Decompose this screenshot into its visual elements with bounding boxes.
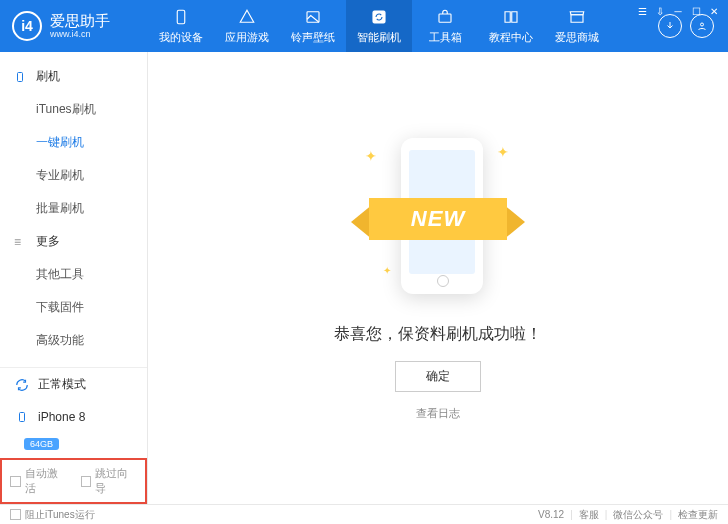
sidebar-group-more[interactable]: ≡ 更多 bbox=[0, 225, 147, 258]
book-icon bbox=[501, 7, 521, 27]
device-info[interactable]: iPhone 8 bbox=[0, 401, 147, 433]
brand-logo: i4 爱思助手 www.i4.cn bbox=[0, 11, 148, 41]
logo-icon: i4 bbox=[12, 11, 42, 41]
ok-button[interactable]: 确定 bbox=[395, 361, 481, 392]
view-log-link[interactable]: 查看日志 bbox=[416, 406, 460, 421]
top-nav: 我的设备 应用游戏 铃声壁纸 智能刷机 工具箱 教程中心 爱思商城 bbox=[148, 0, 658, 52]
nav-label: 智能刷机 bbox=[357, 30, 401, 45]
nav-store[interactable]: 爱思商城 bbox=[544, 0, 610, 52]
phone-small-icon bbox=[14, 409, 30, 425]
mode-label: 正常模式 bbox=[38, 376, 86, 393]
sync-icon bbox=[14, 377, 30, 393]
nav-ringtones[interactable]: 铃声壁纸 bbox=[280, 0, 346, 52]
titlebar: i4 爱思助手 www.i4.cn 我的设备 应用游戏 铃声壁纸 智能刷机 工具… bbox=[0, 0, 728, 52]
nav-label: 工具箱 bbox=[429, 30, 462, 45]
svg-rect-6 bbox=[20, 413, 25, 422]
apps-icon bbox=[237, 7, 257, 27]
auto-activate-checkbox[interactable]: 自动激活 bbox=[10, 466, 67, 496]
success-illustration: ✦✦✦ NEW bbox=[323, 126, 553, 306]
nav-label: 铃声壁纸 bbox=[291, 30, 335, 45]
nav-tutorials[interactable]: 教程中心 bbox=[478, 0, 544, 52]
nav-label: 爱思商城 bbox=[555, 30, 599, 45]
device-mode[interactable]: 正常模式 bbox=[0, 368, 147, 401]
main-content: ✦✦✦ NEW 恭喜您，保资料刷机成功啦！ 确定 查看日志 bbox=[148, 52, 728, 504]
brand-url: www.i4.cn bbox=[50, 30, 110, 39]
lock-icon[interactable]: ⇩ bbox=[652, 4, 668, 18]
flash-options: 自动激活 跳过向导 bbox=[0, 458, 147, 504]
nav-my-device[interactable]: 我的设备 bbox=[148, 0, 214, 52]
sidebar-group-flash[interactable]: 刷机 bbox=[0, 60, 147, 93]
store-icon bbox=[567, 7, 587, 27]
sidebar-item-itunes-flash[interactable]: iTunes刷机 bbox=[0, 93, 147, 126]
group-title: 更多 bbox=[36, 233, 60, 250]
device-name: iPhone 8 bbox=[38, 410, 85, 424]
sidebar-item-other-tools[interactable]: 其他工具 bbox=[0, 258, 147, 291]
storage-badge: 64GB bbox=[24, 438, 59, 450]
svg-point-4 bbox=[701, 23, 704, 26]
ribbon-label: NEW bbox=[369, 198, 507, 240]
phone-icon bbox=[171, 7, 191, 27]
minimize-button[interactable]: ─ bbox=[670, 4, 686, 18]
svg-rect-2 bbox=[373, 11, 385, 23]
maximize-button[interactable]: ☐ bbox=[688, 4, 704, 18]
wechat-link[interactable]: 微信公众号 bbox=[613, 508, 663, 522]
nav-toolbox[interactable]: 工具箱 bbox=[412, 0, 478, 52]
sidebar-item-download-firmware[interactable]: 下载固件 bbox=[0, 291, 147, 324]
sidebar-item-pro-flash[interactable]: 专业刷机 bbox=[0, 159, 147, 192]
support-link[interactable]: 客服 bbox=[579, 508, 599, 522]
svg-rect-5 bbox=[18, 72, 23, 81]
close-button[interactable]: ✕ bbox=[706, 4, 722, 18]
nav-label: 应用游戏 bbox=[225, 30, 269, 45]
sidebar-item-onekey-flash[interactable]: 一键刷机 bbox=[0, 126, 147, 159]
brand-name: 爱思助手 bbox=[50, 13, 110, 28]
block-itunes-checkbox[interactable]: 阻止iTunes运行 bbox=[10, 508, 95, 522]
success-message: 恭喜您，保资料刷机成功啦！ bbox=[334, 324, 542, 345]
skip-guide-checkbox[interactable]: 跳过向导 bbox=[81, 466, 138, 496]
menu-icon[interactable]: ☰ bbox=[634, 4, 650, 18]
refresh-icon bbox=[369, 7, 389, 27]
svg-rect-0 bbox=[177, 10, 185, 24]
group-title: 刷机 bbox=[36, 68, 60, 85]
status-bar: 阻止iTunes运行 V8.12 | 客服 | 微信公众号 | 检查更新 bbox=[0, 504, 728, 524]
menu-icon: ≡ bbox=[14, 235, 28, 249]
toolbox-icon bbox=[435, 7, 455, 27]
sidebar-item-advanced[interactable]: 高级功能 bbox=[0, 324, 147, 357]
nav-flash[interactable]: 智能刷机 bbox=[346, 0, 412, 52]
check-update-link[interactable]: 检查更新 bbox=[678, 508, 718, 522]
chk-label: 阻止iTunes运行 bbox=[25, 508, 95, 522]
image-icon bbox=[303, 7, 323, 27]
sidebar: 刷机 iTunes刷机 一键刷机 专业刷机 批量刷机 ≡ 更多 其他工具 下载固… bbox=[0, 52, 148, 504]
nav-apps[interactable]: 应用游戏 bbox=[214, 0, 280, 52]
nav-label: 我的设备 bbox=[159, 30, 203, 45]
sidebar-item-batch-flash[interactable]: 批量刷机 bbox=[0, 192, 147, 225]
phone-small-icon bbox=[14, 70, 28, 84]
version-label: V8.12 bbox=[538, 509, 564, 520]
nav-label: 教程中心 bbox=[489, 30, 533, 45]
svg-rect-3 bbox=[439, 14, 451, 22]
chk-label: 自动激活 bbox=[25, 466, 67, 496]
chk-label: 跳过向导 bbox=[95, 466, 137, 496]
